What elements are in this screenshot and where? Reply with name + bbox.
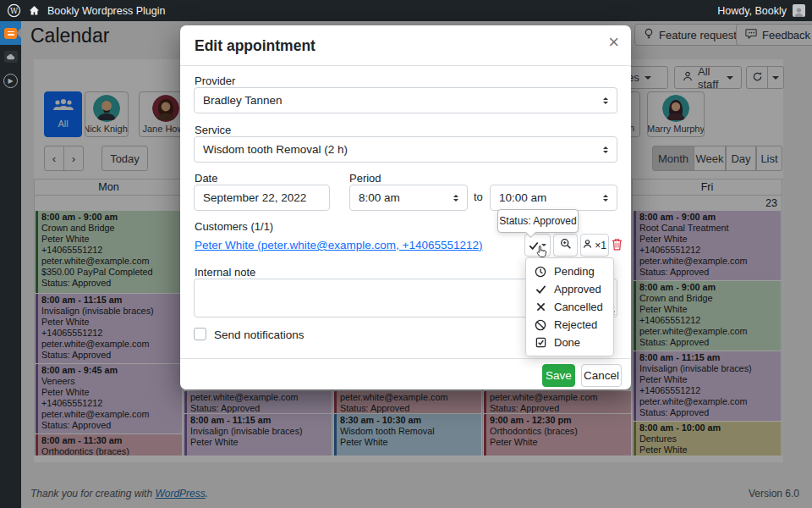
period-label: Period — [349, 172, 381, 185]
mouse-cursor-hand — [535, 245, 547, 262]
select-arrows-icon — [453, 195, 458, 202]
check-icon — [535, 284, 546, 294]
service-label: Service — [195, 124, 231, 136]
cancel-button[interactable]: Cancel — [581, 364, 622, 387]
date-label: Date — [195, 172, 217, 185]
magnifier-plus-icon — [560, 238, 572, 253]
wp-sidebar: ▶ — [0, 21, 21, 508]
close-icon[interactable]: × — [608, 30, 619, 54]
wp-admin-bar: W Bookly Wordpress Plugin Howdy, Bookly — [0, 0, 812, 21]
period-from-value: 8:00 am — [359, 191, 400, 204]
site-name[interactable]: Bookly Wordpress Plugin — [47, 5, 165, 17]
send-notifications-label: Send notifications — [214, 329, 304, 341]
status-menu-item-done[interactable]: Done — [526, 334, 613, 351]
date-value: September 22, 2022 — [203, 191, 306, 204]
user-avatar[interactable] — [793, 4, 805, 17]
ban-icon — [535, 319, 546, 331]
status-menu-item-rejected[interactable]: Rejected — [526, 316, 613, 334]
status-menu-label: Rejected — [554, 318, 597, 331]
select-arrows-icon — [603, 97, 608, 104]
modal-title: Edit appointment — [195, 37, 315, 55]
screen: W Bookly Wordpress Plugin Howdy, Bookly … — [0, 0, 812, 508]
period-from-select[interactable]: 8:00 am — [349, 185, 468, 211]
save-button[interactable]: Save — [542, 364, 575, 387]
send-notifications-checkbox[interactable] — [194, 328, 206, 340]
status-menu: PendingApprovedCancelledRejectedDone — [525, 257, 614, 356]
check-square-icon — [535, 337, 546, 348]
cloud-icon — [4, 51, 18, 63]
provider-value: Bradley Tannen — [203, 94, 283, 107]
internal-note-label: Internal note — [195, 266, 255, 279]
status-menu-label: Cancelled — [554, 301, 603, 313]
svg-text:W: W — [10, 7, 19, 15]
status-menu-label: Pending — [554, 265, 595, 278]
wordpress-logo-icon[interactable]: W — [7, 3, 21, 18]
x-icon — [535, 302, 546, 312]
select-arrows-icon — [603, 146, 608, 153]
sidebar-item-bookly[interactable] — [0, 21, 21, 45]
provider-label: Provider — [195, 75, 235, 87]
status-menu-label: Done — [554, 336, 580, 349]
status-menu-item-cancelled[interactable]: Cancelled — [526, 298, 613, 316]
customers-label: Customers (1/1) — [195, 220, 273, 233]
person-icon — [583, 239, 592, 251]
number-of-persons-button[interactable]: ×1 — [580, 234, 609, 257]
play-circle-icon: ▶ — [3, 74, 18, 88]
clock-icon — [535, 266, 546, 278]
period-to-value: 10:00 am — [499, 191, 546, 204]
period-to-select[interactable]: 10:00 am — [490, 185, 617, 211]
bookly-icon — [4, 28, 17, 39]
select-arrows-icon — [603, 195, 608, 202]
date-input[interactable]: September 22, 2022 — [194, 185, 330, 211]
status-menu-label: Approved — [554, 283, 601, 295]
sidebar-item-misc[interactable]: ▶ — [0, 69, 21, 92]
howdy-label[interactable]: Howdy, Bookly — [717, 5, 787, 17]
status-menu-item-pending[interactable]: Pending — [526, 262, 613, 280]
to-label: to — [474, 190, 483, 203]
customer-link[interactable]: Peter White (peter.white@example.com, +1… — [195, 239, 483, 251]
customer-details-button[interactable] — [553, 234, 578, 257]
sidebar-item-plugin[interactable] — [0, 45, 21, 69]
home-icon — [29, 5, 40, 16]
service-select[interactable]: Wisdom tooth Removal (2 h) — [194, 136, 617, 163]
status-tooltip: Status: Approved — [497, 209, 579, 233]
service-value: Wisdom tooth Removal (2 h) — [203, 143, 348, 156]
status-menu-item-approved[interactable]: Approved — [526, 280, 613, 298]
provider-select[interactable]: Bradley Tannen — [194, 87, 617, 113]
persons-count-label: ×1 — [595, 240, 606, 251]
trash-icon[interactable] — [612, 238, 623, 254]
